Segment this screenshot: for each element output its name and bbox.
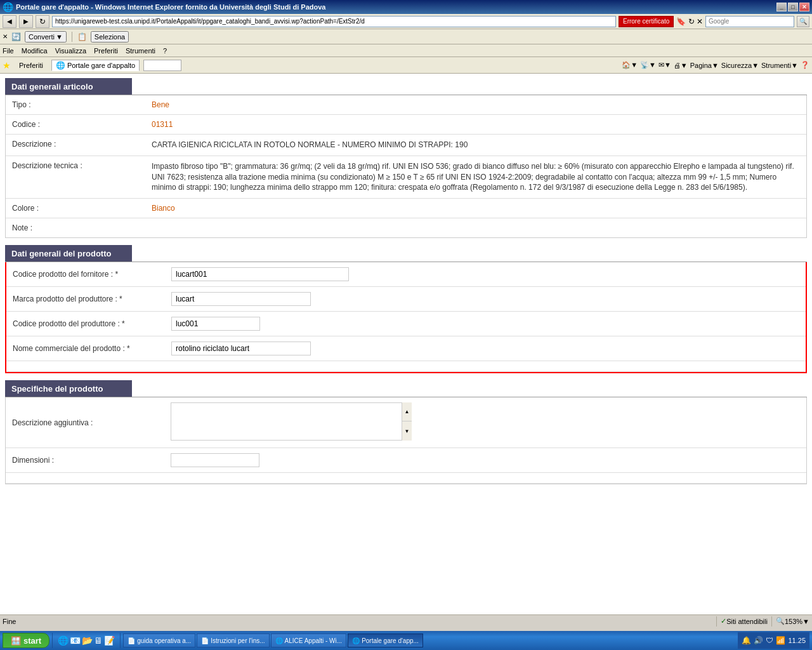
page-content: Dati generali articolo Tipo : Bene Codic… bbox=[0, 77, 812, 484]
zoom-level: 153% bbox=[785, 618, 802, 625]
restore-button[interactable]: □ bbox=[788, 3, 798, 11]
tab-input[interactable] bbox=[143, 60, 181, 71]
tray-icon1: 🔔 bbox=[742, 636, 751, 645]
ql-icon3[interactable]: 📂 bbox=[82, 635, 93, 646]
menu-file[interactable]: File bbox=[3, 47, 14, 55]
start-label: start bbox=[23, 636, 41, 646]
minimize-button[interactable]: _ bbox=[776, 3, 787, 11]
menu-preferiti[interactable]: Preferiti bbox=[94, 47, 118, 55]
ie-toolbar: ✕ 🔄 Converti ▼ 📋 Seleziona bbox=[0, 29, 812, 44]
taskbar-item-4[interactable]: 🌐 Portale gare d'app... bbox=[348, 633, 423, 647]
cod-fornitore-label: Codice prodotto del fornitore : * bbox=[6, 262, 165, 287]
dimensioni-label: Dimensioni : bbox=[6, 448, 164, 473]
marca-label: Marca prodotto del produttore : * bbox=[6, 287, 165, 312]
email-icon[interactable]: ✉▼ bbox=[658, 61, 671, 69]
tray-icon2: 🔊 bbox=[754, 636, 763, 645]
marca-input[interactable] bbox=[171, 292, 311, 306]
ql-icon5[interactable]: 📝 bbox=[104, 635, 115, 646]
taskbar-item-2[interactable]: 📄 Istruzioni per l'ins... bbox=[197, 633, 269, 647]
taskbar-item-3[interactable]: 🌐 ALICE Appalti - Wi... bbox=[271, 633, 347, 647]
feeds-icon[interactable]: 📡▼ bbox=[640, 61, 656, 69]
start-button[interactable]: 🪟 start bbox=[3, 633, 49, 648]
colore-value: Bianco bbox=[145, 199, 806, 218]
menu-help[interactable]: ? bbox=[163, 47, 167, 55]
search-button[interactable]: 🔍 bbox=[797, 16, 809, 27]
table-row bbox=[6, 473, 806, 484]
note-label: Note : bbox=[6, 218, 145, 238]
portale-tab[interactable]: 🌐 Portale gare d'appalto bbox=[51, 60, 140, 71]
converti-button[interactable]: Converti ▼ bbox=[25, 31, 67, 43]
security-status: ✓ Siti attendibili bbox=[716, 616, 768, 627]
cod-produttore-input[interactable] bbox=[171, 317, 260, 331]
textarea-scroll-down[interactable]: ▼ bbox=[402, 421, 412, 441]
tray-icon3: 🛡 bbox=[766, 636, 773, 645]
article-section-title-row: Dati generali articolo bbox=[5, 77, 807, 95]
ql-icon1[interactable]: 🌐 bbox=[58, 635, 69, 646]
cod-fornitore-input[interactable] bbox=[171, 267, 349, 281]
close-button[interactable]: ✕ bbox=[799, 3, 809, 11]
menu-strumenti[interactable]: Strumenti bbox=[126, 47, 155, 55]
status-right: ✓ Siti attendibili 🔍 153% ▼ bbox=[716, 616, 809, 627]
tipo-value: Bene bbox=[145, 95, 806, 115]
codice-label: Codice : bbox=[6, 115, 145, 135]
ql-icon2[interactable]: 📧 bbox=[70, 635, 81, 646]
security-label: Siti attendibili bbox=[726, 618, 768, 625]
back-button[interactable]: ◀ bbox=[3, 15, 16, 28]
ie-icon-bar: 🏠▼ 📡▼ ✉▼ 🖨▼ Pagina▼ Sicurezza▼ Strumenti… bbox=[622, 61, 809, 69]
seleziona-button[interactable]: Seleziona bbox=[91, 31, 129, 43]
zoom-icon: 🔍 bbox=[776, 617, 785, 625]
desc-tecnica-value: Impasto fibroso tipo "B"; grammatura: 36… bbox=[145, 156, 806, 198]
cod-produttore-label: Codice prodotto del produttore : * bbox=[6, 312, 165, 336]
nome-commerciale-input[interactable] bbox=[171, 342, 311, 355]
page-menu[interactable]: Pagina▼ bbox=[690, 62, 719, 69]
tools-menu[interactable]: Strumenti▼ bbox=[761, 62, 798, 69]
address-input[interactable] bbox=[52, 16, 616, 27]
specs-section: Specifiche del prodotto Descrizione aggi… bbox=[5, 380, 807, 484]
desc-aggiuntiva-textarea[interactable] bbox=[171, 402, 412, 441]
table-row: Codice prodotto del fornitore : * bbox=[6, 262, 806, 287]
product-section-title: Dati generali del prodotto bbox=[11, 249, 111, 258]
descrizione-label: Descrizione : bbox=[6, 135, 145, 156]
menu-visualizza[interactable]: Visualizza bbox=[55, 47, 86, 55]
cert-error-button[interactable]: Errore certificato bbox=[619, 16, 674, 27]
nav-icons: 🔖 ↻ ✕ bbox=[676, 17, 703, 26]
desc-aggiuntiva-cell: ▲ ▼ bbox=[164, 397, 806, 448]
table-row: Codice prodotto del produttore : * bbox=[6, 312, 806, 336]
colore-label: Colore : bbox=[6, 199, 145, 218]
table-row: Descrizione tecnica : Impasto fibroso ti… bbox=[6, 156, 806, 198]
favorites-bar: ★ Preferiti 🌐 Portale gare d'appalto 🏠▼ … bbox=[0, 57, 812, 74]
textarea-scroll-up[interactable]: ▲ bbox=[402, 402, 412, 421]
tipo-label: Tipo : bbox=[6, 95, 145, 115]
taskbar-item-1[interactable]: 📄 guida operativa a... bbox=[123, 633, 195, 647]
marca-cell bbox=[165, 287, 806, 312]
seleziona-label: Seleziona bbox=[95, 33, 125, 41]
article-section-body: Tipo : Bene Codice : 01311 Descrizione :… bbox=[5, 95, 807, 238]
dimensioni-input[interactable] bbox=[171, 453, 259, 467]
search-input[interactable] bbox=[705, 16, 794, 27]
converti-icon: 🔄 bbox=[11, 32, 21, 41]
security-menu[interactable]: Sicurezza▼ bbox=[721, 62, 759, 69]
refresh-button[interactable]: ↻ bbox=[36, 15, 49, 28]
specs-section-title-row: Specifiche del prodotto bbox=[5, 380, 807, 397]
favorites-tab[interactable]: Preferiti bbox=[15, 60, 48, 70]
print-icon[interactable]: 🖨▼ bbox=[674, 62, 688, 69]
address-bar: ◀ ▶ ↻ Errore certificato 🔖 ↻ ✕ 🔍 bbox=[0, 14, 812, 29]
clock: 11.25 bbox=[788, 637, 806, 644]
specs-section-body: Descrizione aggiuntiva : ▲ ▼ bbox=[5, 397, 807, 484]
ql-icon4[interactable]: 🖥 bbox=[94, 635, 103, 646]
nome-commerciale-cell bbox=[165, 336, 806, 361]
product-section-header: Dati generali del prodotto bbox=[5, 245, 132, 262]
status-text: Fine bbox=[3, 618, 711, 625]
spacer-row bbox=[6, 473, 806, 484]
table-row: Dimensioni : bbox=[6, 448, 806, 473]
taskbar-quick-launch: 🌐 📧 📂 🖥 📝 bbox=[55, 635, 117, 646]
table-row: Descrizione aggiuntiva : ▲ ▼ bbox=[6, 397, 806, 448]
table-row: Descrizione : CARTA IGIENICA RICICLATA I… bbox=[6, 135, 806, 156]
forward-button[interactable]: ▶ bbox=[19, 15, 33, 28]
article-section-title: Dati generali articolo bbox=[11, 82, 93, 91]
help-icon[interactable]: ❓ bbox=[801, 61, 809, 69]
taskbar-item-4-label: Portale gare d'app... bbox=[362, 637, 419, 644]
taskbar-item-3-icon: 🌐 bbox=[275, 637, 283, 644]
menu-modifica[interactable]: Modifica bbox=[22, 47, 48, 55]
home-icon[interactable]: 🏠▼ bbox=[622, 61, 638, 69]
